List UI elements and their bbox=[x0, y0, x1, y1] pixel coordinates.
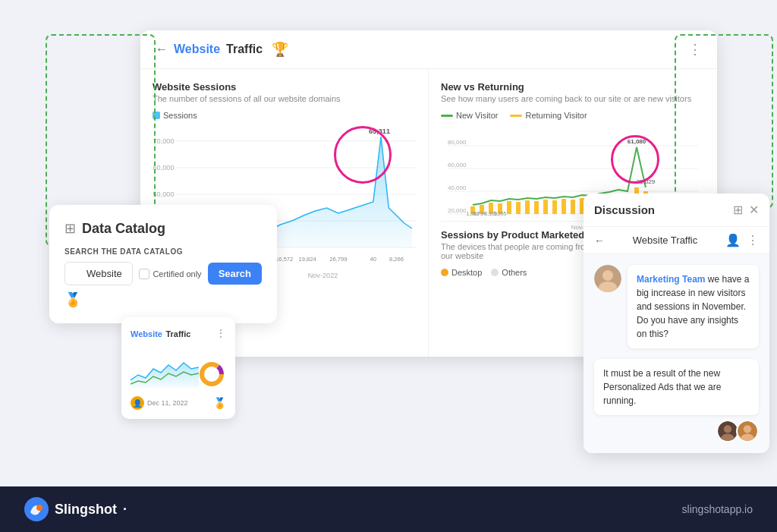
sessions-legend: Sessions bbox=[153, 111, 416, 120]
disc-team-name: Marketing Team bbox=[637, 274, 705, 285]
disc-message-2: It must be a result of the new Personali… bbox=[594, 359, 759, 415]
svg-text:40,000: 40,000 bbox=[448, 184, 467, 191]
small-badge: 🏅 bbox=[213, 397, 226, 409]
others-dot bbox=[491, 269, 499, 276]
header-title-website: Website bbox=[174, 42, 220, 56]
svg-text:50,000: 50,000 bbox=[153, 190, 175, 198]
small-card-more-icon[interactable]: ⋮ bbox=[215, 327, 226, 339]
svg-text:16,572: 16,572 bbox=[275, 256, 293, 263]
svg-rect-38 bbox=[552, 200, 557, 214]
disc-avatars-row bbox=[594, 420, 759, 442]
svg-point-72 bbox=[36, 505, 42, 511]
returning-visitor-label: Returning Visitor bbox=[525, 111, 587, 120]
footer: Slingshot · slingshotapp.io bbox=[0, 486, 777, 532]
svg-text:20,000: 20,000 bbox=[448, 207, 467, 214]
svg-point-66 bbox=[724, 425, 731, 433]
new-visitor-dot bbox=[441, 115, 453, 117]
new-visitor-label: New Visitor bbox=[456, 111, 498, 120]
returning-visitor-legend: Returning Visitor bbox=[510, 111, 587, 120]
certified-label: Certified only bbox=[153, 269, 201, 279]
svg-text:60,000: 60,000 bbox=[448, 162, 467, 168]
nvr-title: New vs Returning bbox=[441, 81, 705, 93]
desktop-legend: Desktop bbox=[441, 268, 482, 277]
dc-search-label: SEARCH THE DATA CATALOG bbox=[64, 247, 262, 256]
svg-text:Nov-2022: Nov-2022 bbox=[308, 272, 338, 279]
nvr-subtitle: See how many users are coming back to ou… bbox=[441, 94, 705, 103]
disc-message-2-wrapper: It must be a result of the new Personali… bbox=[594, 359, 759, 442]
small-card-header: Website Traffic ⋮ bbox=[131, 326, 226, 340]
more-menu-icon[interactable]: ⋮ bbox=[688, 41, 702, 58]
svg-text:40: 40 bbox=[370, 256, 377, 263]
footer-url: slingshotapp.io bbox=[682, 503, 753, 515]
svg-rect-35 bbox=[525, 200, 530, 214]
small-card-title-dark: Traffic bbox=[165, 329, 190, 338]
sessions-legend-dot bbox=[153, 112, 160, 119]
data-catalog-panel: ⊞ Data Catalog SEARCH THE DATA CATALOG 🔍… bbox=[49, 205, 277, 323]
svg-text:70,000: 70,000 bbox=[153, 137, 175, 145]
svg-rect-33 bbox=[507, 201, 511, 214]
small-donut bbox=[197, 360, 226, 392]
svg-rect-34 bbox=[516, 202, 521, 214]
dc-search-row: 🔍 Certified only Search bbox=[64, 262, 262, 285]
footer-brand-name: Slingshot bbox=[55, 502, 117, 518]
disc-body: Marketing Team we have a big increase in… bbox=[584, 254, 769, 453]
nvr-legend: New Visitor Returning Visitor bbox=[441, 111, 705, 126]
footer-logo: Slingshot · bbox=[24, 497, 127, 521]
back-arrow[interactable]: ← bbox=[156, 42, 168, 56]
dc-badge: 🏅 bbox=[64, 291, 262, 308]
sessions-legend-label: Sessions bbox=[163, 111, 197, 120]
certified-checkbox[interactable] bbox=[139, 269, 149, 279]
dc-icon-row: ⊞ Data Catalog bbox=[64, 220, 262, 237]
disc-close-icon[interactable]: ✕ bbox=[749, 203, 759, 217]
small-card: Website Traffic ⋮ bbox=[121, 317, 235, 419]
sessions-title: Website Sessions bbox=[153, 81, 416, 93]
svg-rect-39 bbox=[562, 199, 566, 214]
desktop-label: Desktop bbox=[451, 268, 482, 277]
svg-text:25,029: 25,029 bbox=[637, 178, 656, 185]
disc-header: Discussion ⊞ ✕ bbox=[584, 194, 769, 227]
disc-person-icon[interactable]: 👤 bbox=[725, 233, 741, 247]
svg-point-69 bbox=[744, 425, 751, 433]
new-visitor-legend: New Visitor bbox=[441, 111, 498, 120]
small-avatar: 👤 bbox=[131, 396, 144, 410]
disc-grid-icon[interactable]: ⊞ bbox=[733, 203, 743, 217]
search-input[interactable] bbox=[64, 262, 133, 285]
small-card-title-blue: Website bbox=[131, 329, 162, 338]
trophy-icon: 🏆 bbox=[272, 41, 288, 58]
disc-title: Discussion bbox=[594, 203, 655, 216]
search-button[interactable]: Search bbox=[208, 263, 262, 285]
disc-more-icon[interactable]: ⋮ bbox=[747, 233, 759, 247]
svg-text:80,000: 80,000 bbox=[448, 139, 467, 146]
dashboard-header: ← Website Traffic 🏆 ⋮ bbox=[140, 30, 717, 69]
svg-text:26,799: 26,799 bbox=[329, 256, 347, 263]
disc-message-1: Marketing Team we have a big increase in… bbox=[594, 265, 759, 348]
header-title-traffic: Traffic bbox=[226, 42, 263, 56]
svg-text:65,311: 65,311 bbox=[369, 127, 390, 135]
svg-text:60,000: 60,000 bbox=[153, 164, 175, 172]
dc-grid-icon: ⊞ bbox=[64, 220, 76, 237]
svg-text:8,266: 8,266 bbox=[389, 256, 404, 263]
dc-search-wrapper: 🔍 bbox=[64, 262, 133, 285]
svg-text:5,265: 5,265 bbox=[494, 211, 507, 216]
disc-avatar-1 bbox=[594, 265, 621, 292]
small-card-footer: 👤 Dec 11, 2022 🏅 bbox=[131, 396, 226, 410]
disc-subtitle: Website Traffic bbox=[633, 235, 698, 246]
discussion-panel: Discussion ⊞ ✕ ← Website Traffic 👤 ⋮ Mar… bbox=[584, 194, 769, 453]
others-label: Others bbox=[502, 268, 527, 277]
disc-header-icons: ⊞ ✕ bbox=[733, 203, 759, 217]
desktop-dot bbox=[441, 269, 448, 276]
svg-point-63 bbox=[602, 270, 613, 281]
disc-subheader: ← Website Traffic 👤 ⋮ bbox=[584, 227, 769, 254]
disc-back-arrow[interactable]: ← bbox=[594, 235, 605, 247]
svg-text:19,824: 19,824 bbox=[298, 256, 316, 263]
sessions-subtitle: The number of sessions of all our websit… bbox=[153, 94, 416, 103]
small-date: Dec 11, 2022 bbox=[147, 399, 188, 407]
svg-rect-36 bbox=[534, 201, 539, 214]
slingshot-logo-icon bbox=[24, 497, 49, 521]
returning-visitor-dot bbox=[510, 115, 522, 117]
svg-rect-37 bbox=[543, 200, 548, 214]
disc-bubble-1: Marketing Team we have a big increase in… bbox=[628, 265, 759, 348]
small-card-titles: Website Traffic bbox=[131, 326, 190, 340]
small-line-chart bbox=[131, 346, 199, 388]
svg-point-61 bbox=[206, 368, 218, 380]
